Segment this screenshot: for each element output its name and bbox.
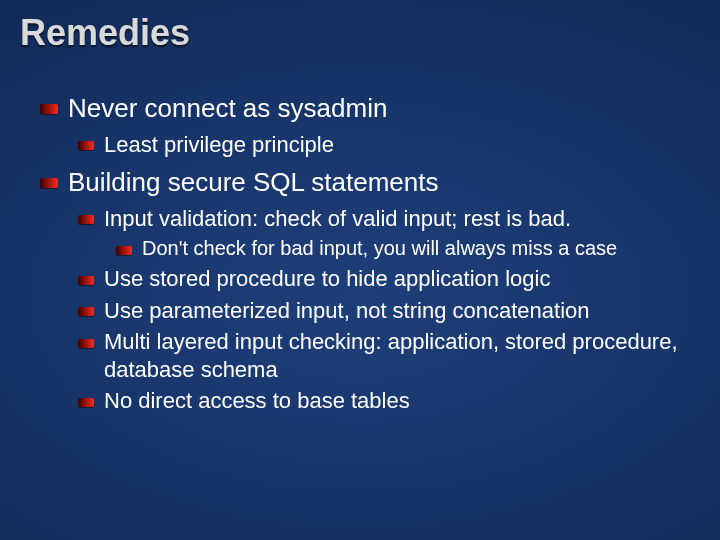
bullet-icon: [78, 276, 94, 285]
slide-body: Never connect as sysadmin Least privileg…: [0, 60, 720, 415]
list-item-text: Use stored procedure to hide application…: [104, 265, 680, 293]
list-item: Input validation: check of valid input; …: [78, 205, 680, 233]
bullet-icon: [40, 104, 58, 114]
bullet-icon: [78, 215, 94, 224]
bullet-icon: [78, 339, 94, 348]
list-item-text: Use parameterized input, not string conc…: [104, 297, 680, 325]
bullet-icon: [78, 141, 94, 150]
list-item: Building secure SQL statements: [40, 166, 680, 199]
list-item-text: No direct access to base tables: [104, 387, 680, 415]
list-item: Use stored procedure to hide application…: [78, 265, 680, 293]
list-item-text: Don't check for bad input, you will alwa…: [142, 236, 680, 261]
list-item: Least privilege principle: [78, 131, 680, 159]
bullet-icon: [78, 307, 94, 316]
list-item: Don't check for bad input, you will alwa…: [116, 236, 680, 261]
list-item: Multi layered input checking: applicatio…: [78, 328, 680, 383]
list-item-text: Multi layered input checking: applicatio…: [104, 328, 680, 383]
bullet-icon: [40, 178, 58, 188]
list-item: Use parameterized input, not string conc…: [78, 297, 680, 325]
list-item-text: Building secure SQL statements: [68, 166, 680, 199]
slide-title: Remedies: [0, 0, 720, 60]
slide: Remedies Never connect as sysadmin Least…: [0, 0, 720, 540]
list-item: No direct access to base tables: [78, 387, 680, 415]
list-item-text: Never connect as sysadmin: [68, 92, 680, 125]
bullet-icon: [116, 246, 132, 255]
list-item-text: Input validation: check of valid input; …: [104, 205, 680, 233]
list-item: Never connect as sysadmin: [40, 92, 680, 125]
list-item-text: Least privilege principle: [104, 131, 680, 159]
bullet-icon: [78, 398, 94, 407]
